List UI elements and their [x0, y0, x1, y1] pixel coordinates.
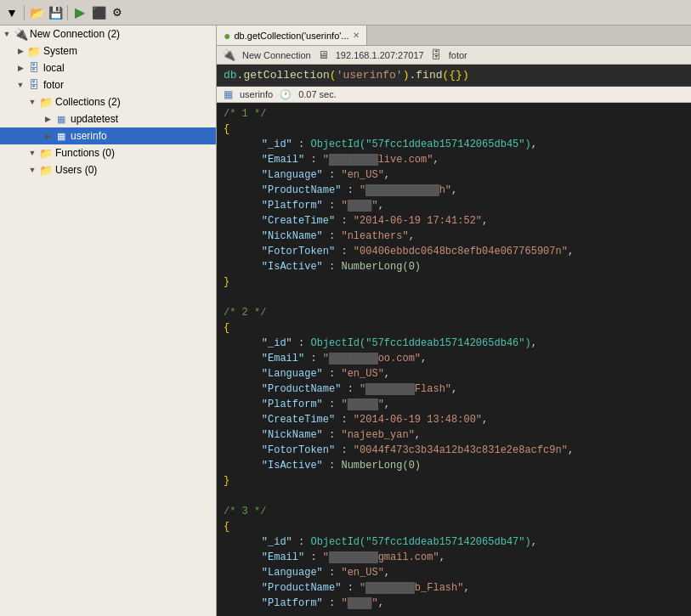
tree-system[interactable]: ▶ 📁 System — [0, 42, 216, 59]
right-panel: ● db.getCollection('userinfo'... ✕ 🔌 New… — [217, 25, 691, 616]
save-icon[interactable]: 💾 — [47, 4, 64, 21]
currentdb-label: fotor — [43, 79, 64, 91]
result-time: 0.07 sec. — [298, 89, 337, 99]
connection-label: New Connection (2) — [30, 28, 120, 40]
result-collection: userinfo — [240, 89, 273, 99]
local-db-icon: 🗄 — [27, 61, 41, 75]
tab-bar: ● db.getCollection('userinfo'... ✕ — [217, 25, 691, 46]
toggle-updatetest[interactable]: ▶ — [42, 114, 53, 124]
main-layout: ▼ 🔌 New Connection (2) ▶ 📁 System ▶ 🗄 lo… — [0, 25, 691, 616]
conn-bar: 🔌 New Connection 🖥 192.168.1.207:27017 🗄… — [217, 46, 691, 65]
toggle-collections[interactable]: ▼ — [27, 97, 37, 107]
functions-folder-icon: 📁 — [39, 146, 53, 160]
collections-label: Collections (2) — [55, 96, 121, 108]
tree-local[interactable]: ▶ 🗄 local — [0, 59, 216, 76]
conn-ip: 192.168.1.207:27017 — [336, 50, 424, 60]
toggle-users[interactable]: ▼ — [27, 165, 37, 175]
tab-label: db.getCollection('userinfo'... — [234, 31, 348, 41]
collections-folder-icon: 📁 — [39, 95, 53, 109]
tree-users[interactable]: ▼ 📁 Users (0) — [0, 161, 216, 178]
code-area[interactable]: /* 1 */ { "_id" : ObjectId("57fcc1ddeab1… — [217, 103, 691, 616]
tab-close-icon[interactable]: ✕ — [353, 31, 360, 40]
toggle-system[interactable]: ▶ — [15, 46, 25, 56]
stop-icon[interactable]: ⬛ — [90, 4, 107, 21]
users-folder-icon: 📁 — [39, 163, 53, 177]
connection-icon: 🔌 — [14, 27, 27, 41]
userinfo-icon: ▦ — [54, 129, 68, 143]
updatetest-label: updatetest — [71, 113, 118, 125]
tree-connection[interactable]: ▼ 🔌 New Connection (2) — [0, 25, 216, 42]
open-icon[interactable]: 📂 — [28, 4, 45, 21]
tree-collection-updatetest[interactable]: ▶ ▦ updatetest — [0, 110, 216, 127]
run-icon[interactable]: ▶ — [71, 4, 88, 21]
settings-icon[interactable]: ⚙ — [109, 4, 126, 21]
functions-label: Functions (0) — [55, 147, 115, 159]
conn-db-icon: 🗄 — [431, 48, 442, 61]
left-panel: ▼ 🔌 New Connection (2) ▶ 📁 System ▶ 🗄 lo… — [0, 25, 217, 616]
conn-name: New Connection — [242, 50, 311, 60]
tab-query[interactable]: ● db.getCollection('userinfo'... ✕ — [217, 25, 367, 45]
tree-currentdb[interactable]: ▼ 🗄 fotor — [0, 76, 216, 93]
toggle-local[interactable]: ▶ — [15, 63, 25, 73]
result-clock-icon: 🕐 — [280, 89, 292, 100]
system-folder-icon: 📁 — [27, 44, 41, 58]
tree-collection-userinfo[interactable]: ▶ ▦ userinfo — [0, 127, 216, 144]
query-text: db.getCollection('userinfo').find({}) — [224, 69, 469, 82]
query-bar[interactable]: db.getCollection('userinfo').find({}) — [217, 65, 691, 87]
local-label: local — [43, 62, 65, 74]
separator-1 — [24, 5, 25, 20]
conn-ip-icon: 🖥 — [318, 48, 329, 61]
tab-dot-icon: ● — [224, 30, 230, 42]
currentdb-icon: 🗄 — [27, 78, 41, 92]
userinfo-label: userinfo — [71, 130, 107, 142]
toggle-currentdb[interactable]: ▼ — [15, 80, 25, 90]
system-label: System — [43, 45, 77, 57]
toggle-userinfo[interactable]: ▶ — [42, 131, 53, 141]
conn-status-icon: 🔌 — [222, 48, 235, 61]
toggle-connection[interactable]: ▼ — [2, 29, 12, 39]
updatetest-icon: ▦ — [54, 112, 68, 126]
separator-2 — [67, 5, 68, 20]
toolbar: ▼ 📂 💾 ▶ ⬛ ⚙ — [0, 0, 691, 25]
menu-dropdown-icon[interactable]: ▼ — [3, 4, 20, 21]
conn-db: fotor — [449, 50, 467, 60]
result-table-icon: ▦ — [224, 88, 233, 100]
users-label: Users (0) — [55, 164, 97, 176]
result-bar: ▦ userinfo 🕐 0.07 sec. — [217, 87, 691, 103]
toggle-functions[interactable]: ▼ — [27, 148, 37, 158]
tree-functions[interactable]: ▼ 📁 Functions (0) — [0, 144, 216, 161]
tree-collections[interactable]: ▼ 📁 Collections (2) — [0, 93, 216, 110]
